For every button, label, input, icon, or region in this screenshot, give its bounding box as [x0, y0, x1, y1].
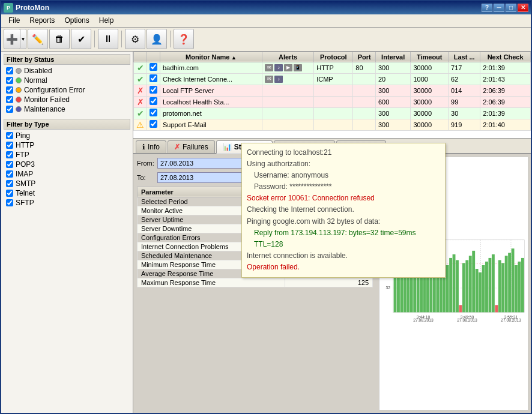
failures-icon: ✗	[174, 143, 180, 151]
timeout-cell: 1000	[411, 73, 449, 85]
tab-info[interactable]: ℹ Info	[136, 140, 166, 153]
close-button[interactable]: ✕	[518, 4, 528, 12]
col-next-check[interactable]: Next Check	[480, 52, 531, 62]
menu-reports[interactable]: Reports	[25, 15, 59, 26]
last-cell: 919	[449, 119, 480, 130]
add-button[interactable]: ➕	[4, 29, 20, 49]
row-checkbox-cell[interactable]	[147, 107, 160, 119]
maximize-button[interactable]: □	[506, 4, 516, 12]
row-checkbox-cell[interactable]	[147, 73, 160, 85]
filter-smtp[interactable]: SMTP	[4, 179, 130, 188]
table-row[interactable]: ✗ Localhost Health Sta... 600 30000 99 2…	[134, 96, 531, 107]
filter-normal-checkbox[interactable]	[6, 77, 13, 84]
menu-options[interactable]: Options	[59, 15, 94, 26]
title-bar: P ProtoMon ? ─ □ ✕	[1, 1, 531, 14]
col-monitor-name[interactable]: Monitor Name	[160, 52, 262, 62]
filter-status-title: Filter by Status	[4, 54, 130, 65]
config-dot	[16, 87, 22, 93]
pause-button[interactable]: ⏸	[98, 29, 118, 49]
check-button[interactable]: ✔	[71, 29, 91, 49]
filter-maintenance[interactable]: Maintenance	[4, 104, 130, 114]
delete-button[interactable]: 🗑	[49, 29, 70, 49]
col-interval[interactable]: Interval	[375, 52, 410, 62]
monitor-name-cell[interactable]: badhim.com	[160, 62, 262, 73]
filter-sftp-checkbox[interactable]	[6, 199, 13, 206]
next-check-cell: 2:01:40	[480, 119, 531, 130]
help-toolbar-button[interactable]: ❓	[174, 29, 194, 49]
svg-rect-27	[446, 265, 449, 312]
tab-failures-label: Failures	[183, 143, 208, 151]
row-checkbox-cell[interactable]	[147, 85, 160, 96]
filter-imap[interactable]: IMAP	[4, 169, 130, 179]
monitor-name-cell[interactable]: protomon.net	[160, 107, 262, 119]
protocol-cell	[314, 107, 353, 119]
table-row[interactable]: ⚠ Support E-Mail 300 30000 919 2:01:40	[134, 119, 531, 130]
to-date-input[interactable]	[157, 172, 253, 183]
monitor-name-cell[interactable]: Check Internet Conne...	[160, 73, 262, 85]
filter-ftp[interactable]: FTP	[4, 150, 130, 160]
interval-cell: 300	[375, 119, 410, 130]
filter-disabled[interactable]: Disabled	[4, 66, 130, 76]
menu-file[interactable]: File	[4, 15, 25, 26]
timeout-cell: 30000	[411, 96, 449, 107]
status-cell: ✔	[134, 62, 147, 73]
timeout-cell: 30000	[411, 107, 449, 119]
filter-failed[interactable]: Monitor Failed	[4, 95, 130, 104]
settings-button[interactable]: ⚙	[125, 29, 145, 49]
filter-ftp-checkbox[interactable]	[6, 151, 13, 158]
help-button[interactable]: ?	[482, 4, 492, 12]
col-last[interactable]: Last ...	[449, 52, 480, 62]
status-cell: ✔	[134, 107, 147, 119]
svg-rect-50	[521, 257, 524, 312]
col-port[interactable]: Port	[353, 52, 376, 62]
filter-pop3[interactable]: POP3	[4, 160, 130, 169]
col-protocol[interactable]: Protocol	[314, 52, 353, 62]
minimize-button[interactable]: ─	[494, 4, 504, 12]
edit-button[interactable]: ✏️	[28, 29, 48, 49]
table-row[interactable]: ✔ Check Internet Conne... ✉♪ ICMP 20 100…	[134, 73, 531, 85]
monitor-list: Monitor Name Alerts Protocol Port Interv…	[133, 52, 531, 139]
filter-http-checkbox[interactable]	[6, 142, 13, 149]
table-row[interactable]: ✔ protomon.net 300 30000 30 2:01:39	[134, 107, 531, 119]
from-date-input[interactable]	[157, 158, 253, 169]
col-checkbox	[147, 52, 160, 62]
filter-http[interactable]: HTTP	[4, 140, 130, 150]
filter-pop3-checkbox[interactable]	[6, 161, 13, 168]
menu-help[interactable]: Help	[94, 15, 119, 26]
filter-maintenance-checkbox[interactable]	[6, 106, 13, 113]
filter-failed-checkbox[interactable]	[6, 96, 13, 103]
monitor-name-cell[interactable]: Local FTP Server	[160, 85, 262, 96]
filter-config-checkbox[interactable]	[6, 86, 13, 94]
tooltip-line: Checking the Internet connection.	[247, 204, 440, 215]
filter-normal[interactable]: Normal	[4, 76, 130, 85]
interval-cell: 300	[375, 62, 410, 73]
filter-sftp[interactable]: SFTP	[4, 198, 130, 208]
filter-telnet-checkbox[interactable]	[6, 190, 13, 197]
monitor-name-cell[interactable]: Support E-Mail	[160, 119, 262, 130]
col-alerts[interactable]: Alerts	[262, 52, 314, 62]
filter-telnet[interactable]: Telnet	[4, 188, 130, 198]
row-checkbox-cell[interactable]	[147, 119, 160, 130]
user-button[interactable]: 👤	[147, 29, 167, 49]
table-row[interactable]: ✔ badhim.com ✉♪▶📱 HTTP 80 300 30000 717 …	[134, 62, 531, 73]
filter-config-error[interactable]: Configuration Error	[4, 85, 130, 95]
svg-text:27.08.2013: 27.08.2013	[457, 318, 477, 322]
next-check-cell: 2:06:39	[480, 85, 531, 96]
tooltip-line: Operation failed.	[247, 262, 440, 273]
row-checkbox-cell[interactable]	[147, 96, 160, 107]
filter-ping[interactable]: Ping	[4, 131, 130, 140]
tab-failures[interactable]: ✗ Failures	[168, 140, 215, 153]
last-cell: 014	[449, 85, 480, 96]
tooltip-line: Password: ***************	[247, 181, 440, 193]
add-dropdown[interactable]: ▼	[20, 29, 26, 49]
col-timeout[interactable]: Timeout	[411, 52, 449, 62]
tooltip-line: Pinging google.com with 32 bytes of data…	[247, 216, 440, 227]
filter-imap-checkbox[interactable]	[6, 170, 13, 178]
filter-ping-checkbox[interactable]	[6, 132, 13, 139]
filter-disabled-checkbox[interactable]	[6, 67, 13, 74]
table-row[interactable]: ✗ Local FTP Server 300 30000 014 2:06:39	[134, 85, 531, 96]
row-checkbox-cell[interactable]	[147, 62, 160, 73]
filter-smtp-checkbox[interactable]	[6, 180, 13, 187]
monitor-name-cell[interactable]: Localhost Health Sta...	[160, 96, 262, 107]
svg-rect-48	[515, 265, 518, 312]
